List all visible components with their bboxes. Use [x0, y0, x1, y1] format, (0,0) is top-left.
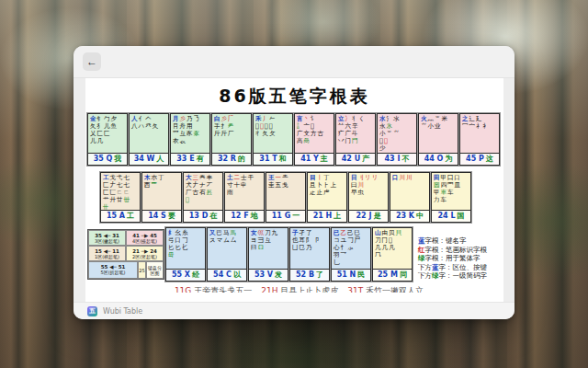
cell-key-label: 42 U产	[336, 153, 375, 165]
cell-radicals: 口川川	[390, 173, 429, 210]
cell-radicals: 大三𡗗丰犬𠂇ナ丆厂古石镸𦣞	[184, 173, 222, 210]
cell-key-label: 51 N民	[332, 269, 370, 281]
wubi-cell-X: 纟幺糸弓口𠃌匕匕𠤎毌55 X经	[165, 227, 206, 282]
wubi-cell-U: 立冫丬く䒑六辛疒广斗丷门門42 U产	[335, 113, 376, 166]
wubi-cell-W: 人亻𠆢八ハ癶夂34 W人	[129, 113, 169, 166]
wubi-cell-E: 月彡乃𠄎⺝舟用爫彑豕豖衣𧘇33 E有	[170, 113, 210, 166]
cell-radicals: 日刂リリ曰川早虫	[349, 173, 388, 210]
cell-key-label: 45 P这	[460, 153, 499, 165]
zone-map-caption: 键盘分区图	[146, 261, 164, 279]
zone-map-cell: 55 ◀─ 515区(折起笔)	[88, 261, 138, 279]
cell-radicals: 女巛刀九ヨ彐彑臼𦥑	[249, 228, 288, 269]
cell-radicals: 子孑了也耳阝卩凵㔾乃	[290, 228, 329, 269]
legend-line: 红字根：笔画标识字根	[418, 246, 503, 255]
cell-key-label: 43 I不	[378, 153, 416, 165]
cell-key-label: 15 A工	[101, 210, 140, 222]
cell-key-label: 34 W人	[130, 153, 168, 165]
cell-key-label: 44 O为	[419, 153, 458, 165]
mnemonic-strip-clipped: 11G 王旁青头戋五一21H 目具上止卜虎皮31T 禾竹一撇双人立	[85, 285, 503, 293]
wubi-cell-B: 子孑了也耳阝卩凵㔾乃52 B了	[289, 227, 330, 282]
color-legend: 蓝字根：键名字红字根：笔画标识字根绿字根：用于繁体字下方蓝字：区位、按键下方绿字…	[418, 236, 503, 282]
cell-key-label: 24 L国	[432, 210, 470, 222]
cell-key-label: 35 Q我	[88, 153, 127, 165]
cell-radicals: 目丨丁且卜⺊上龰止虍	[308, 173, 346, 210]
wubi-cell-D: 大三𡗗丰犬𠂇ナ丆厂古石镸𦣞13 D在	[183, 172, 223, 223]
window-footer: 五 Wubi Table	[74, 302, 514, 319]
key-row-home: 工戈弋七匚𠂇七七匚匸ㄈㄈ艹廾廿丗卄15 A工木朩丁西覀14 S要大三𡗗丰犬𠂇ナ丆…	[100, 172, 503, 223]
wubi-cell-A: 工戈弋七匚𠂇七七匚匸ㄈㄈ艹廾廿丗卄15 A工	[100, 172, 141, 223]
cell-radicals: 田甲囗口囻四罒皿甲車车力车	[432, 173, 470, 210]
cell-key-label: 13 D在	[184, 210, 222, 222]
cell-key-label: 55 X经	[166, 269, 205, 281]
cell-radicals: 月彡乃𠄎⺝舟用爫彑豕豖衣𧘇	[171, 114, 209, 153]
cell-radicals: 人亻𠆢八ハ癶夂	[130, 114, 168, 153]
zone-map-corner-25: 25	[138, 261, 146, 279]
cell-key-label: 32 R的	[212, 153, 251, 165]
cell-key-label: 14 S要	[142, 210, 181, 222]
cell-key-label: 52 B了	[290, 269, 329, 281]
wubi-cell-T: 禾丿𠂉𥝌𠂆竹⺮彳夂攵31 T和	[253, 113, 293, 166]
key-row-top: 金钅勹夕夂犭儿鱼乂匚匚儿几35 Q我人亻𠆢八ハ癶夂34 W人月彡乃𠄎⺝舟用爫彑豕…	[87, 113, 503, 166]
cell-key-label: 21 H上	[308, 210, 346, 222]
cell-key-label: 33 E有	[171, 153, 209, 165]
wubi-cell-H: 目丨丁且卜⺊上龰止虍21 H上	[307, 172, 347, 223]
wubi-cell-V: 女巛刀九ヨ彐彑臼𦥑53 V发	[248, 227, 288, 282]
legend-line: 绿字根：用于繁体字	[418, 254, 503, 263]
cell-key-label: 31 T和	[254, 153, 292, 165]
wubi-cell-S: 木朩丁西覀14 S要	[141, 172, 182, 223]
cell-key-label: 25 M同	[373, 269, 412, 281]
zone-map-cell: 41 ─▶ 454区(捺起笔)	[126, 230, 164, 246]
key-row-bottom: 35 ◀─ 313区(撇起笔)41 ─▶ 454区(捺起笔)15 ◀─ 111区…	[87, 227, 503, 282]
cell-key-label: 54 C以	[208, 269, 246, 281]
cell-key-label: 41 Y主	[295, 153, 334, 165]
wubi-cell-F: 土二士干寸十申雨12 F地	[224, 172, 265, 223]
wubi-cell-Q: 金钅勹夕夂犭儿鱼乂匚匚儿几35 Q我	[87, 113, 128, 166]
cell-radicals: 水氵氺永氷小⺌⺍𡭔巛少	[378, 114, 416, 153]
footer-app-name: Wubi Table	[103, 307, 142, 316]
wubi-cell-Y: 言丶讠訁亠𠂛广文方古高咼41 Y主	[294, 113, 334, 166]
wubi-cell-P: 之辶廴冖宀礻衤45 P这	[459, 113, 500, 166]
zone-map-cell: 35 ◀─ 313区(撇起笔)	[88, 230, 126, 246]
back-button[interactable]: ←	[83, 52, 101, 71]
cell-radicals: 王一龶圭五戋	[266, 173, 305, 210]
wubi-cell-O: 火灬⺌米⺍小业44 O为	[418, 113, 458, 166]
cell-radicals: 土二士干寸十申雨	[225, 173, 264, 210]
wubi-cell-M: 山由贝貝刀冂𠔼几几凡𠘨25 M同	[372, 227, 413, 282]
wubi-cell-R: 白彡𠂆手扌龵斤斤厂32 R的	[211, 113, 252, 166]
cell-radicals: 山由贝貝刀冂𠔼几几凡𠘨	[373, 228, 412, 269]
keyboard-zone-map: 35 ◀─ 313区(撇起笔)41 ─▶ 454区(捺起笔)15 ◀─ 111区…	[87, 229, 164, 280]
cell-radicals: 言丶讠訁亠𠂛广文方古高咼	[295, 114, 334, 153]
cell-radicals: 纟幺糸弓口𠃌匕匕𠤎毌	[166, 228, 205, 269]
cell-radicals: 已乙己巳コユ𠃌尸心忄⺗羽乛乚	[332, 228, 370, 269]
wubi-table-window: ← 86版五笔字根表 金钅勹夕夂犭儿鱼乂匚匚儿几35 Q我人亻𠆢八ハ癶夂34 W…	[74, 46, 514, 319]
cell-key-label: 23 K中	[390, 210, 429, 222]
legend-line: 下方蓝字：区位、按键	[418, 263, 503, 272]
legend-line: 下方绿字：一级简码字	[418, 271, 503, 281]
zone-map-cell: 21 ─▶ 242区(竖起笔)	[126, 246, 164, 261]
wubi-cell-L: 田甲囗口囻四罒皿甲車车力车24 L国	[431, 172, 471, 223]
cell-radicals: 白彡𠂆手扌龵斤斤厂	[212, 114, 251, 153]
cell-key-label: 11 G一	[266, 210, 305, 222]
wubi-cell-K: 口川川23 K中	[390, 172, 430, 223]
cell-key-label: 53 V发	[249, 269, 288, 281]
legend-line: 蓝字根：键名字	[418, 236, 503, 246]
wubi-cell-N: 已乙己巳コユ𠃌尸心忄⺗羽乛乚51 N民	[331, 227, 371, 282]
cell-radicals: 又巴马馬スマム厶	[208, 228, 246, 269]
window-titlebar: ←	[74, 46, 514, 78]
cell-radicals: 立冫丬く䒑六辛疒广斗丷门門	[336, 114, 375, 153]
wubi-cell-C: 又巴马馬スマム厶54 C以	[207, 227, 247, 282]
cell-radicals: 金钅勹夕夂犭儿鱼乂匚匚儿几	[88, 114, 127, 153]
wubi-cell-J: 日刂リリ曰川早虫22 J是	[348, 172, 389, 223]
wubi-cell-I: 水氵氺永氷小⺌⺍𡭔巛少43 I不	[377, 113, 417, 166]
zone-map-cell: 15 ◀─ 111区(横起笔)	[88, 246, 126, 261]
cell-key-label: 22 J是	[349, 210, 388, 222]
page-title: 86版五笔字根表	[85, 85, 503, 109]
wubi-cell-G: 王一龶圭五戋11 G一	[266, 172, 306, 223]
cell-radicals: 工戈弋七匚𠂇七七匚匸ㄈㄈ艹廾廿丗卄	[101, 173, 140, 210]
cell-radicals: 火灬⺌米⺍小业	[419, 114, 458, 153]
cell-radicals: 木朩丁西覀	[142, 173, 181, 210]
cell-radicals: 之辶廴冖宀礻衤	[460, 114, 499, 153]
radical-grid: 金钅勹夕夂犭儿鱼乂匚匚儿几35 Q我人亻𠆢八ハ癶夂34 W人月彡乃𠄎⺝舟用爫彑豕…	[85, 113, 503, 282]
chart-panel: 86版五笔字根表 金钅勹夕夂犭儿鱼乂匚匚儿几35 Q我人亻𠆢八ハ癶夂34 W人月…	[85, 78, 503, 303]
cell-key-label: 12 F地	[225, 210, 264, 222]
